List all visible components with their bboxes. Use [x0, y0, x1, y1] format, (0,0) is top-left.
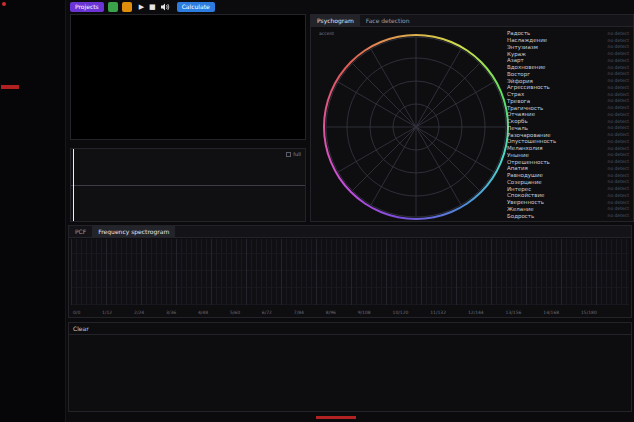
emotion-value: no detect: [608, 152, 629, 157]
emotion-value: no detect: [608, 146, 629, 151]
emotion-value: no detect: [608, 85, 629, 90]
emotion-name: Равнодушие: [507, 172, 543, 178]
emotion-name: Наслаждение: [507, 37, 547, 43]
project-sidebar: [0, 0, 66, 422]
tab-frequency-spectrogram[interactable]: Frequency spectrogram: [92, 226, 175, 237]
full-scale-toggle[interactable]: full: [286, 151, 301, 157]
time-tick-label: 9/108: [358, 310, 371, 315]
emotion-name: Радость: [507, 30, 530, 36]
emotion-value: no detect: [608, 213, 629, 218]
volume-icon[interactable]: [161, 3, 170, 11]
radar-grid-lines: [323, 34, 509, 220]
emotion-value: no detect: [608, 132, 629, 137]
time-tick-label: 5/60: [230, 310, 240, 315]
emotion-row: Тревога no detect: [507, 98, 629, 105]
emotion-name: Трагичность: [507, 105, 543, 111]
time-tick-label: 7/84: [294, 310, 304, 315]
emotion-name: Бодрость: [507, 213, 534, 219]
emotion-value: no detect: [608, 159, 629, 164]
emotion-row: Бодрость no detect: [507, 212, 629, 219]
emotion-value: no detect: [608, 119, 629, 124]
emotion-row: Интерес no detect: [507, 185, 629, 192]
clear-panel-header: Clear: [69, 323, 631, 335]
emotion-row: Скорбь no detect: [507, 118, 629, 125]
waveform-baseline: [71, 185, 305, 186]
time-tick-label: 6/72: [262, 310, 272, 315]
psychogram-tabstrip: Psychogram Face detection: [311, 15, 633, 27]
emotion-row: Спокойствие no detect: [507, 192, 629, 199]
emotion-name: Агрессивность: [507, 84, 550, 90]
emotion-name: Уверенность: [507, 199, 544, 205]
playback-controls: ▶ ■: [139, 3, 170, 11]
tab-psychogram[interactable]: Psychogram: [311, 15, 360, 26]
full-checkbox[interactable]: [286, 152, 291, 157]
emotion-row: Разочарование no detect: [507, 131, 629, 138]
time-tick-label: 12/144: [468, 310, 484, 315]
orange-tool-button[interactable]: [122, 2, 132, 12]
emotion-name: Печаль: [507, 125, 528, 131]
emotion-name: Спокойствие: [507, 192, 545, 198]
tab-face-detection[interactable]: Face detection: [360, 15, 416, 26]
calculate-button[interactable]: Calculate: [177, 2, 215, 12]
emotion-value: no detect: [608, 78, 629, 83]
time-tick-label: 11/132: [430, 310, 446, 315]
emotion-value: no detect: [608, 186, 629, 191]
stop-icon[interactable]: ■: [149, 4, 156, 11]
emotion-name: Апатия: [507, 165, 528, 171]
emotion-name: Скорбь: [507, 118, 528, 124]
emotion-name: Кураж: [507, 51, 526, 57]
emotion-value: no detect: [608, 200, 629, 205]
time-tick-label: 2/24: [134, 310, 144, 315]
emotion-value: no detect: [608, 44, 629, 49]
status-error-indicator: [316, 416, 356, 419]
main-toolbar: Projects ▶ ■ Calculate: [70, 2, 215, 12]
emotion-value: no detect: [608, 112, 629, 117]
spectrogram-tabstrip: PCF Frequency spectrogram: [69, 226, 631, 238]
emotion-name: Азарт: [507, 57, 524, 63]
emotion-name: Желание: [507, 206, 534, 212]
emotion-value: no detect: [608, 92, 629, 97]
projects-button[interactable]: Projects: [70, 2, 104, 12]
emotion-value: no detect: [608, 51, 629, 56]
time-tick-label: 1/12: [102, 310, 112, 315]
emotion-value: no detect: [608, 166, 629, 171]
emotion-value: no detect: [608, 98, 629, 103]
time-tick-label: 10/120: [393, 310, 409, 315]
emotion-row: Энтузиазм no detect: [507, 44, 629, 51]
psychogram-panel: Psychogram Face detection accent: [310, 14, 634, 222]
emotion-row: Трагичность no detect: [507, 104, 629, 111]
green-tool-button[interactable]: [108, 2, 118, 12]
time-tick-label: 0/0: [73, 310, 80, 315]
sidebar-item-alert[interactable]: [1, 85, 19, 89]
emotion-row: Радость no detect: [507, 30, 629, 37]
emotion-row: Отрешенность no detect: [507, 158, 629, 165]
emotion-row: Уныние no detect: [507, 152, 629, 159]
video-preview: [70, 14, 306, 140]
play-icon[interactable]: ▶: [139, 4, 144, 11]
emotion-value: no detect: [608, 179, 629, 184]
emotion-value: no detect: [608, 71, 629, 76]
time-tick-label: 4/48: [198, 310, 208, 315]
emotion-value: no detect: [608, 65, 629, 70]
time-tick-label: 14/168: [543, 310, 559, 315]
waveform-panel: full: [70, 148, 306, 222]
emotion-row: Азарт no detect: [507, 57, 629, 64]
emotion-row: Страх no detect: [507, 91, 629, 98]
emotion-row: Равнодушие no detect: [507, 172, 629, 179]
emotion-row: Кураж no detect: [507, 50, 629, 57]
tab-pcf[interactable]: PCF: [69, 226, 92, 237]
emotion-value: no detect: [608, 58, 629, 63]
time-tick-label: 8/96: [326, 310, 336, 315]
emotion-value: no detect: [608, 125, 629, 130]
emotion-name: Опустошенность: [507, 138, 556, 144]
emotion-value: no detect: [608, 31, 629, 36]
playhead-handle[interactable]: [73, 149, 74, 221]
emotion-row: Созерцание no detect: [507, 179, 629, 186]
clear-panel: Clear: [68, 322, 632, 412]
clear-button[interactable]: Clear: [73, 325, 89, 332]
emotion-row: Восторг no detect: [507, 71, 629, 78]
emotion-value: no detect: [608, 206, 629, 211]
emotion-name: Интерес: [507, 186, 531, 192]
full-checkbox-label: full: [293, 151, 301, 157]
emotion-name: Уныние: [507, 152, 529, 158]
